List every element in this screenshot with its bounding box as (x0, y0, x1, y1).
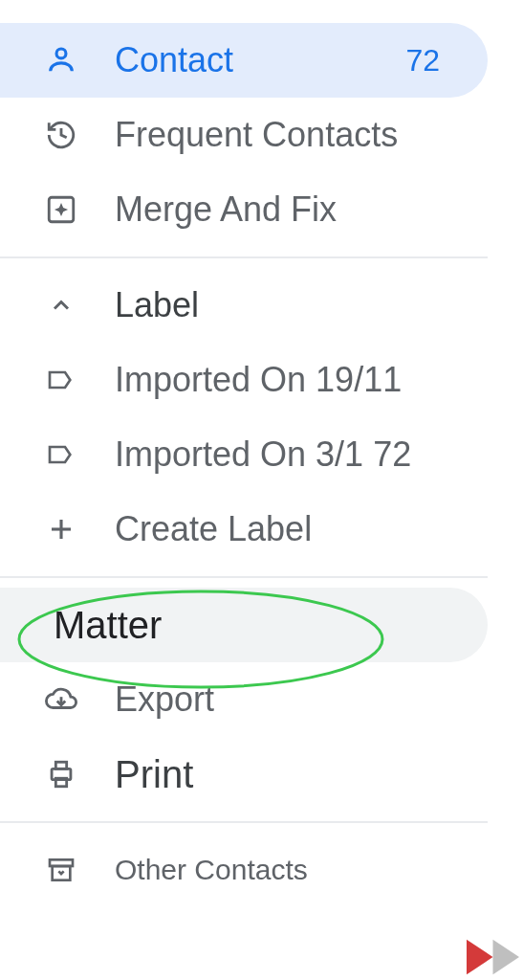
nav-other-label: Other Contacts (115, 854, 488, 886)
nav-merge-label: Merge And Fix (115, 189, 488, 230)
divider (0, 821, 488, 823)
chevron-up-icon (44, 292, 78, 319)
labels-header[interactable]: Label (0, 268, 488, 343)
divider (0, 576, 488, 578)
nav-other-contacts[interactable]: Other Contacts (0, 833, 488, 907)
create-label[interactable]: Create Label (0, 492, 488, 567)
nav-export-label: Export (115, 679, 488, 720)
label-item-1-label: Imported On 3/1 72 (115, 434, 488, 475)
labels-header-label: Label (115, 285, 199, 325)
label-item-0[interactable]: Imported On 19/11 (0, 343, 488, 417)
watermark-logo (467, 938, 519, 976)
plus-icon (44, 515, 78, 544)
svg-marker-11 (493, 940, 520, 975)
nav-frequent-label: Frequent Contacts (115, 115, 488, 155)
nav-export[interactable]: Export (0, 662, 488, 737)
nav-contact[interactable]: Contact 72 (0, 23, 488, 98)
nav-print-label: Print (115, 753, 488, 796)
nav-import-label: Matter (54, 604, 162, 647)
nav-contact-count: 72 (405, 43, 440, 78)
history-icon (44, 119, 78, 151)
svg-rect-5 (55, 762, 66, 768)
sparkle-box-icon (44, 193, 78, 226)
nav-merge[interactable]: Merge And Fix (0, 172, 488, 247)
label-tag-icon (44, 439, 78, 470)
archive-icon (44, 855, 78, 885)
printer-icon (44, 758, 78, 791)
label-tag-icon (44, 365, 78, 395)
nav-print[interactable]: Print (0, 737, 488, 812)
cloud-download-icon (44, 683, 78, 716)
nav-frequent[interactable]: Frequent Contacts (0, 98, 488, 172)
label-item-0-label: Imported On 19/11 (115, 360, 488, 400)
create-label-label: Create Label (115, 509, 488, 549)
svg-point-0 (56, 49, 66, 58)
svg-marker-10 (467, 940, 493, 975)
label-item-1[interactable]: Imported On 3/1 72 (0, 417, 488, 492)
nav-import[interactable]: Matter (0, 588, 488, 662)
nav-contact-label: Contact (115, 40, 405, 80)
svg-rect-6 (55, 778, 66, 787)
divider (0, 256, 488, 258)
person-icon (44, 44, 78, 77)
